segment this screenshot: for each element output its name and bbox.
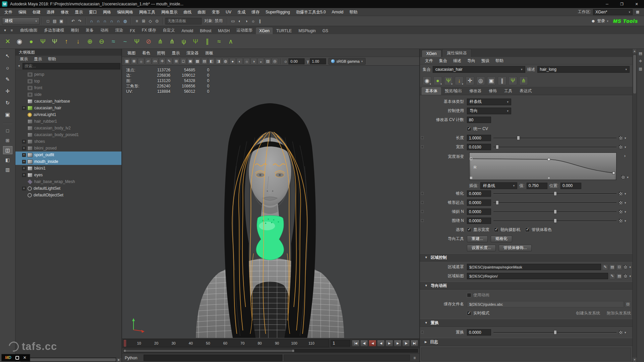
shelf-tab[interactable]: 多边形建模 (41, 26, 67, 34)
render-current-frame-icon[interactable]: ◐ (236, 18, 243, 24)
shelf-menu-icon[interactable]: ▾ (2, 27, 8, 33)
rebuild-button[interactable]: 重建... (467, 236, 488, 242)
ramp-value-field[interactable] (527, 183, 547, 189)
new-scene-icon[interactable]: □ (45, 18, 51, 24)
xgen-groom-icon[interactable]: ⋔ (155, 36, 166, 47)
xgen-noise-brush-icon[interactable]: ≈ (213, 36, 225, 47)
ramp-pan-right-icon[interactable]: › (624, 153, 626, 158)
lock-camera-icon[interactable]: ⊠ (131, 58, 137, 64)
xray-icon[interactable]: ▨ (265, 58, 271, 64)
xgen-lock-guide-icon[interactable]: ▣ (487, 76, 496, 85)
menu-item[interactable]: Arnold (329, 8, 346, 16)
xgen-detach-icon[interactable]: ⊖ (96, 36, 107, 47)
around-slider[interactable] (493, 218, 616, 224)
outliner-item[interactable]: hair_base_wrap_Mesh (15, 178, 121, 185)
gamma-field[interactable]: 1.00 (310, 58, 326, 64)
textured-icon[interactable]: ◐ (236, 58, 243, 64)
script-editor-icon[interactable]: ≡ (411, 356, 418, 360)
step-forward-frame-button[interactable]: |▶ (402, 340, 410, 347)
viewport-menu-item[interactable]: 显示 (168, 49, 183, 57)
move-tool-icon[interactable]: ✛ (3, 86, 13, 96)
xgen-subtab[interactable]: 修改器 (466, 87, 485, 95)
field-chart-icon[interactable]: ▤ (201, 58, 208, 64)
expression-indicator[interactable] (421, 219, 424, 222)
collection-dropdown[interactable]: caucasian_hair (433, 66, 525, 73)
save-icon[interactable]: ▤ (609, 264, 615, 270)
bend-field[interactable] (467, 208, 491, 215)
description-dropdown[interactable]: hair_long (537, 66, 630, 73)
xgen-description-icon[interactable]: ● (433, 76, 442, 85)
menu-item[interactable]: UV (223, 8, 234, 16)
menu-item[interactable]: 文件 (1, 8, 15, 16)
snap-curve-icon[interactable]: ∩ (95, 18, 102, 24)
xgen-subtab[interactable]: 工具 (500, 87, 516, 95)
control-dropdown[interactable]: 导向 (467, 108, 511, 114)
outliner-item[interactable]: side (15, 91, 121, 98)
texture-map-icon[interactable] (619, 330, 623, 335)
xgen-add-guide-icon[interactable]: Ψ (444, 76, 453, 85)
xgen-menu-item[interactable]: 集合 (436, 57, 450, 64)
close-button[interactable]: ✕ (629, 0, 644, 8)
shelf-options-icon[interactable]: ≡ (9, 27, 15, 33)
outliner-item[interactable]: bikini1 (15, 165, 121, 172)
ipr-render-icon[interactable]: ◑ (243, 18, 250, 24)
shelf-tab[interactable]: XGen (256, 27, 273, 34)
outliner-item[interactable]: persp (15, 71, 121, 78)
panel-tab[interactable]: XGen (422, 50, 441, 57)
attribute-menu-icon[interactable] (625, 210, 626, 214)
range-end-handle[interactable] (292, 350, 294, 352)
xgen-width-brush-icon[interactable]: Ψ (190, 36, 201, 47)
expand-toggle-icon[interactable] (22, 153, 26, 157)
menu-item[interactable]: 编辑 (15, 8, 30, 16)
workspace-settings-icon[interactable]: ▦ (635, 9, 641, 15)
scroll-down-icon[interactable]: ▼ (633, 358, 637, 362)
attribute-menu-icon[interactable] (625, 192, 626, 195)
width-slider[interactable] (493, 144, 616, 150)
outliner-item[interactable]: mouth_inside (15, 158, 121, 165)
menu-item[interactable]: 曲线 (180, 8, 195, 16)
attribute-menu-icon[interactable] (629, 275, 631, 278)
bookmarks-icon[interactable]: ▱ (145, 58, 151, 64)
viewport-canvas[interactable]: 顶点: 113726 54685 0 边: 226836 109012 0 (122, 66, 419, 338)
viewport-menu-item[interactable]: 视图 (124, 49, 139, 57)
colorspace-dropdown[interactable]: sRGB gamma (328, 58, 366, 65)
go-to-start-button[interactable]: |◀ (352, 340, 360, 347)
scrollbar-thumb[interactable] (21, 358, 116, 361)
snap-together-icon[interactable]: ⊙ (154, 18, 160, 24)
go-to-end-button[interactable]: ▶| (411, 340, 418, 347)
search-input[interactable] (22, 63, 120, 69)
grease-pencil-icon[interactable]: ✎ (166, 58, 172, 64)
width-field[interactable] (467, 144, 491, 150)
attribute-menu-icon[interactable] (625, 145, 626, 149)
two-d-pan-zoom-icon[interactable]: ✛ (159, 58, 165, 64)
maximize-button[interactable]: ❐ (614, 0, 629, 8)
outliner-item[interactable]: bikini_posed (15, 145, 121, 152)
wireframe-icon[interactable]: ◍ (222, 58, 229, 64)
isolate-select-icon[interactable]: ◎ (272, 58, 278, 64)
xgen-place-guide-icon[interactable]: ✛ (466, 76, 474, 85)
shelf-tab[interactable]: 渲染 (112, 26, 126, 34)
menu-item[interactable]: 网格工具 (136, 8, 158, 16)
xgen-eyeball-icon[interactable]: ◉ (14, 36, 25, 47)
region-map-field[interactable] (467, 273, 608, 279)
around-field[interactable] (467, 218, 491, 224)
viewport-menu-item[interactable]: 照明 (154, 49, 168, 57)
attribute-menu-icon[interactable] (625, 331, 626, 334)
slider-handle[interactable] (517, 136, 520, 140)
paint-icon[interactable]: ✎ (602, 264, 608, 270)
attribute-menu-icon[interactable] (625, 219, 626, 223)
lasso-tool-icon[interactable]: ○ (3, 63, 13, 73)
menu-item[interactable]: 帮助 (346, 8, 361, 16)
expand-toggle-icon[interactable] (22, 140, 26, 143)
select-tool-icon[interactable]: ↖ (3, 51, 13, 61)
cache-file-field[interactable] (467, 301, 624, 307)
save-scene-icon[interactable]: ▣ (58, 18, 65, 24)
shelf-tab[interactable]: 雕刻 (67, 26, 82, 34)
texture-map-icon[interactable] (619, 192, 623, 196)
command-result-field[interactable] (284, 355, 410, 361)
recorder-stop-button[interactable] (15, 356, 19, 360)
shelf-tab[interactable]: 装备 (82, 26, 97, 34)
lights-icon[interactable]: ☼ (244, 58, 250, 64)
outliner-item[interactable]: caucasian_hair (15, 105, 121, 111)
step-back-frame-button[interactable]: ◀| (360, 340, 368, 347)
